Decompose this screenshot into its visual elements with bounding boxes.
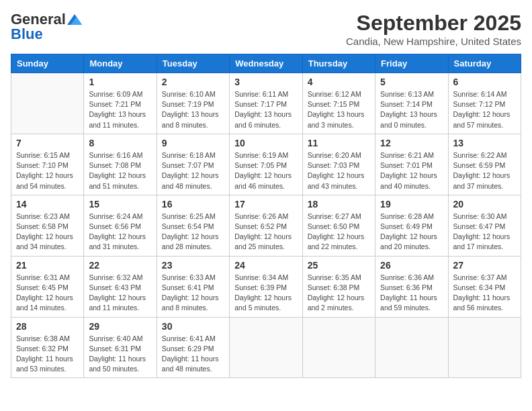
day-number: 30 — [162, 321, 224, 332]
calendar-cell: 27Sunrise: 6:37 AM Sunset: 6:34 PM Dayli… — [448, 256, 521, 317]
day-info: Sunrise: 6:40 AM Sunset: 6:31 PM Dayligh… — [89, 334, 151, 375]
day-number: 8 — [89, 138, 151, 148]
calendar-cell: 13Sunrise: 6:22 AM Sunset: 6:59 PM Dayli… — [448, 134, 521, 195]
calendar-cell: 5Sunrise: 6:13 AM Sunset: 7:14 PM Daylig… — [375, 73, 448, 134]
calendar-cell: 2Sunrise: 6:10 AM Sunset: 7:19 PM Daylig… — [157, 73, 229, 134]
weekday-header-saturday: Saturday — [448, 54, 521, 73]
calendar-cell: 14Sunrise: 6:23 AM Sunset: 6:58 PM Dayli… — [11, 195, 84, 256]
calendar-cell: 7Sunrise: 6:15 AM Sunset: 7:10 PM Daylig… — [11, 134, 84, 195]
day-number: 5 — [380, 77, 443, 87]
calendar-cell: 9Sunrise: 6:18 AM Sunset: 7:07 PM Daylig… — [157, 134, 229, 195]
calendar-cell: 30Sunrise: 6:41 AM Sunset: 6:29 PM Dayli… — [157, 317, 229, 378]
day-number: 1 — [89, 77, 151, 87]
day-info: Sunrise: 6:20 AM Sunset: 7:03 PM Dayligh… — [308, 150, 370, 191]
calendar-cell: 18Sunrise: 6:27 AM Sunset: 6:50 PM Dayli… — [302, 195, 375, 256]
day-number: 16 — [162, 199, 224, 210]
day-info: Sunrise: 6:26 AM Sunset: 6:52 PM Dayligh… — [234, 212, 297, 253]
calendar-cell: 3Sunrise: 6:11 AM Sunset: 7:17 PM Daylig… — [230, 73, 302, 134]
day-number: 7 — [16, 138, 79, 148]
logo: General Blue — [11, 11, 82, 43]
day-info: Sunrise: 6:30 AM Sunset: 6:47 PM Dayligh… — [453, 212, 516, 253]
day-number: 23 — [162, 260, 224, 271]
calendar-cell: 16Sunrise: 6:25 AM Sunset: 6:54 PM Dayli… — [157, 195, 229, 256]
day-number: 11 — [308, 138, 370, 148]
day-info: Sunrise: 6:21 AM Sunset: 7:01 PM Dayligh… — [380, 150, 443, 191]
day-info: Sunrise: 6:15 AM Sunset: 7:10 PM Dayligh… — [16, 150, 79, 191]
location-subtitle: Candia, New Hampshire, United States — [346, 36, 521, 47]
day-info: Sunrise: 6:13 AM Sunset: 7:14 PM Dayligh… — [380, 89, 443, 130]
day-info: Sunrise: 6:23 AM Sunset: 6:58 PM Dayligh… — [16, 212, 79, 253]
day-number: 27 — [453, 260, 516, 271]
day-number: 19 — [380, 199, 443, 210]
calendar-cell: 23Sunrise: 6:33 AM Sunset: 6:41 PM Dayli… — [157, 256, 229, 317]
calendar-table: SundayMondayTuesdayWednesdayThursdayFrid… — [11, 54, 521, 378]
calendar-cell: 17Sunrise: 6:26 AM Sunset: 6:52 PM Dayli… — [230, 195, 302, 256]
day-info: Sunrise: 6:36 AM Sunset: 6:36 PM Dayligh… — [380, 273, 443, 314]
day-info: Sunrise: 6:32 AM Sunset: 6:43 PM Dayligh… — [89, 273, 151, 314]
calendar-cell: 11Sunrise: 6:20 AM Sunset: 7:03 PM Dayli… — [302, 134, 375, 195]
weekday-header-sunday: Sunday — [11, 54, 84, 73]
calendar-cell — [448, 317, 521, 378]
calendar-week-3: 14Sunrise: 6:23 AM Sunset: 6:58 PM Dayli… — [11, 195, 521, 256]
page-header: General Blue September 2025 Candia, New … — [11, 11, 521, 47]
day-number: 9 — [162, 138, 224, 148]
day-info: Sunrise: 6:25 AM Sunset: 6:54 PM Dayligh… — [162, 212, 224, 253]
day-info: Sunrise: 6:19 AM Sunset: 7:05 PM Dayligh… — [234, 150, 297, 191]
day-number: 25 — [308, 260, 370, 271]
day-info: Sunrise: 6:10 AM Sunset: 7:19 PM Dayligh… — [162, 89, 224, 130]
title-area: September 2025 Candia, New Hampshire, Un… — [346, 11, 521, 47]
calendar-cell — [375, 317, 448, 378]
logo-blue: Blue — [11, 26, 43, 43]
day-info: Sunrise: 6:41 AM Sunset: 6:29 PM Dayligh… — [162, 334, 224, 375]
calendar-cell: 21Sunrise: 6:31 AM Sunset: 6:45 PM Dayli… — [11, 256, 84, 317]
day-info: Sunrise: 6:09 AM Sunset: 7:21 PM Dayligh… — [89, 89, 151, 130]
calendar-cell: 19Sunrise: 6:28 AM Sunset: 6:49 PM Dayli… — [375, 195, 448, 256]
day-info: Sunrise: 6:11 AM Sunset: 7:17 PM Dayligh… — [234, 89, 297, 130]
day-number: 22 — [89, 260, 151, 271]
day-info: Sunrise: 6:18 AM Sunset: 7:07 PM Dayligh… — [162, 150, 224, 191]
calendar-cell: 10Sunrise: 6:19 AM Sunset: 7:05 PM Dayli… — [230, 134, 302, 195]
calendar-week-2: 7Sunrise: 6:15 AM Sunset: 7:10 PM Daylig… — [11, 134, 521, 195]
weekday-header-monday: Monday — [84, 54, 157, 73]
calendar-cell: 22Sunrise: 6:32 AM Sunset: 6:43 PM Dayli… — [84, 256, 157, 317]
day-info: Sunrise: 6:27 AM Sunset: 6:50 PM Dayligh… — [308, 212, 370, 253]
day-info: Sunrise: 6:12 AM Sunset: 7:15 PM Dayligh… — [308, 89, 370, 130]
calendar-cell: 12Sunrise: 6:21 AM Sunset: 7:01 PM Dayli… — [375, 134, 448, 195]
day-info: Sunrise: 6:33 AM Sunset: 6:41 PM Dayligh… — [162, 273, 224, 314]
day-info: Sunrise: 6:16 AM Sunset: 7:08 PM Dayligh… — [89, 150, 151, 191]
calendar-cell: 25Sunrise: 6:35 AM Sunset: 6:38 PM Dayli… — [302, 256, 375, 317]
calendar-cell — [230, 317, 302, 378]
calendar-week-4: 21Sunrise: 6:31 AM Sunset: 6:45 PM Dayli… — [11, 256, 521, 317]
logo-icon — [67, 14, 82, 25]
weekday-header-tuesday: Tuesday — [157, 54, 229, 73]
day-info: Sunrise: 6:24 AM Sunset: 6:56 PM Dayligh… — [89, 212, 151, 253]
calendar-cell: 26Sunrise: 6:36 AM Sunset: 6:36 PM Dayli… — [375, 256, 448, 317]
day-number: 13 — [453, 138, 516, 148]
day-info: Sunrise: 6:28 AM Sunset: 6:49 PM Dayligh… — [380, 212, 443, 253]
calendar-week-1: 1Sunrise: 6:09 AM Sunset: 7:21 PM Daylig… — [11, 73, 521, 134]
day-info: Sunrise: 6:35 AM Sunset: 6:38 PM Dayligh… — [308, 273, 370, 314]
calendar-cell: 8Sunrise: 6:16 AM Sunset: 7:08 PM Daylig… — [84, 134, 157, 195]
weekday-header-wednesday: Wednesday — [230, 54, 302, 73]
day-number: 14 — [16, 199, 79, 210]
calendar-cell: 28Sunrise: 6:38 AM Sunset: 6:32 PM Dayli… — [11, 317, 84, 378]
day-number: 20 — [453, 199, 516, 210]
day-number: 3 — [234, 77, 297, 87]
calendar-cell: 15Sunrise: 6:24 AM Sunset: 6:56 PM Dayli… — [84, 195, 157, 256]
day-info: Sunrise: 6:14 AM Sunset: 7:12 PM Dayligh… — [453, 89, 516, 130]
day-number: 6 — [453, 77, 516, 87]
day-number: 18 — [308, 199, 370, 210]
weekday-header-thursday: Thursday — [302, 54, 375, 73]
calendar-cell: 6Sunrise: 6:14 AM Sunset: 7:12 PM Daylig… — [448, 73, 521, 134]
day-number: 2 — [162, 77, 224, 87]
day-info: Sunrise: 6:38 AM Sunset: 6:32 PM Dayligh… — [16, 334, 79, 375]
day-number: 28 — [16, 321, 79, 332]
day-number: 21 — [16, 260, 79, 271]
day-number: 29 — [89, 321, 151, 332]
weekday-header-friday: Friday — [375, 54, 448, 73]
day-number: 4 — [308, 77, 370, 87]
calendar-cell: 1Sunrise: 6:09 AM Sunset: 7:21 PM Daylig… — [84, 73, 157, 134]
day-info: Sunrise: 6:22 AM Sunset: 6:59 PM Dayligh… — [453, 150, 516, 191]
day-number: 15 — [89, 199, 151, 210]
day-number: 24 — [234, 260, 297, 271]
